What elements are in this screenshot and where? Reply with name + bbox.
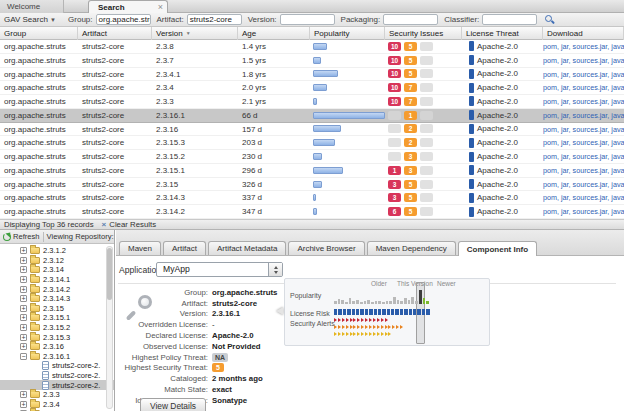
column-header-version[interactable]: Version: [152, 27, 238, 40]
detail-tab-artifact[interactable]: Artifact: [163, 241, 206, 255]
tree-item-2-3-14-2[interactable]: 2.3.14.2: [0, 284, 114, 294]
version-input[interactable]: [280, 14, 335, 25]
detail-tab-maven-dependency[interactable]: Maven Dependency: [367, 241, 456, 255]
collapse-icon[interactable]: [20, 353, 27, 360]
sparkline-bar-old: [382, 302, 385, 304]
download-links[interactable]: pom, jar, sources.jar, javadoc.jar: [543, 136, 624, 149]
license-threat-icon: [469, 165, 474, 175]
expand-icon[interactable]: [20, 247, 27, 254]
column-header-security-issues[interactable]: Security Issues: [385, 27, 462, 40]
download-links[interactable]: pom, jar, sources.jar, javadoc.jar: [543, 191, 624, 204]
tree-item-2-3-3[interactable]: 2.3.3: [0, 390, 114, 400]
download-links[interactable]: pom, jar, sources.jar, javadoc.jar: [543, 81, 624, 94]
detail-tab-artifact-metadata[interactable]: Artifact Metadata: [208, 241, 286, 255]
expand-icon[interactable]: [20, 295, 27, 302]
expand-icon[interactable]: [20, 314, 27, 321]
refresh-button[interactable]: Refresh: [13, 232, 40, 241]
table-row[interactable]: org.apache.strutsstruts2-core2.3.81.4 yr…: [0, 40, 624, 54]
column-header-age[interactable]: Age: [238, 27, 310, 40]
select-stepper-icon[interactable]: [268, 263, 282, 276]
table-row[interactable]: org.apache.strutsstruts2-core2.3.16157 d…: [0, 123, 624, 137]
download-links[interactable]: pom, jar, sources.jar, javadoc.jar: [543, 164, 624, 177]
tree-item-2-3-14[interactable]: 2.3.14: [0, 265, 114, 275]
tab-welcome[interactable]: Welcome: [0, 0, 64, 13]
download-links[interactable]: pom, jar, sources.jar, javadoc.jar: [543, 123, 624, 136]
tree-item-label: 2.3.16: [43, 342, 64, 351]
tree-item-2-3-15[interactable]: 2.3.15: [0, 304, 114, 314]
table-row[interactable]: org.apache.strutsstruts2-core2.3.14.3337…: [0, 191, 624, 205]
column-header-license-threat[interactable]: License Threat: [462, 27, 543, 40]
alert-triangle-icon: [353, 318, 356, 322]
expand-icon[interactable]: [20, 324, 27, 331]
download-links[interactable]: pom, jar, sources.jar, javadoc.jar: [543, 54, 624, 67]
tree-item-2-3-4[interactable]: 2.3.4: [0, 400, 114, 410]
tree-item-struts2-core-2-[interactable]: struts2-core-2.: [0, 361, 114, 371]
column-header-popularity[interactable]: Popularity: [310, 27, 385, 40]
expand-icon[interactable]: [20, 276, 27, 283]
download-links[interactable]: pom, jar, sources.jar, javadoc.jar: [543, 109, 624, 122]
download-links[interactable]: pom, jar, sources.jar, javadoc.jar: [543, 205, 624, 218]
tree-item-label: struts2-core-2.: [52, 361, 100, 370]
download-links[interactable]: pom, jar, sources.jar, javadoc.jar: [543, 40, 624, 53]
expand-icon[interactable]: [20, 343, 27, 350]
tree-item-2-3-12[interactable]: 2.3.12: [0, 256, 114, 266]
group-input[interactable]: org.apache.struts: [96, 14, 151, 25]
tree-scrollbar[interactable]: [106, 246, 113, 409]
packaging-input[interactable]: [383, 14, 438, 25]
expand-icon[interactable]: [20, 266, 27, 273]
tab-search[interactable]: Search ×: [88, 0, 168, 13]
column-header-group[interactable]: Group: [0, 27, 78, 40]
clear-results-icon[interactable]: ×: [102, 220, 107, 229]
expand-icon[interactable]: [20, 391, 27, 398]
expand-icon[interactable]: [20, 286, 27, 293]
table-row[interactable]: org.apache.strutsstruts2-core2.3.15.2230…: [0, 150, 624, 164]
tree-item-2-3-16-1[interactable]: 2.3.16.1: [0, 352, 114, 362]
tree-item-2-3-15-3[interactable]: 2.3.15.3: [0, 332, 114, 342]
expand-icon[interactable]: [20, 334, 27, 341]
refresh-icon[interactable]: [3, 233, 11, 241]
tree-item-2-3-15-1[interactable]: 2.3.15.1: [0, 313, 114, 323]
download-links[interactable]: pom, jar, sources.jar, javadoc.jar: [543, 95, 624, 108]
table-row[interactable]: org.apache.strutsstruts2-core2.3.71.5 yr…: [0, 54, 624, 68]
classifier-input[interactable]: [482, 14, 537, 25]
tree-item-2-3-14-3[interactable]: 2.3.14.3: [0, 294, 114, 304]
expand-icon[interactable]: [20, 401, 27, 408]
tree-scrollbar-thumb[interactable]: [107, 248, 112, 300]
column-header-download[interactable]: Download: [543, 27, 624, 40]
column-header-artifact[interactable]: Artifact: [78, 27, 152, 40]
field-value: 2 months ago: [212, 374, 263, 383]
license-threat-cell: Apache-2.0: [462, 68, 543, 81]
tree-item-2-3-15-2[interactable]: 2.3.15.2: [0, 323, 114, 333]
tree-item-2-3-14-1[interactable]: 2.3.14.1: [0, 275, 114, 285]
view-details-button[interactable]: View Details: [140, 398, 206, 411]
alert-triangle-icon: [381, 318, 384, 322]
detail-tab-maven[interactable]: Maven: [119, 241, 161, 255]
download-links[interactable]: pom, jar, sources.jar, javadoc.jar: [543, 178, 624, 191]
application-select[interactable]: MyApp: [156, 262, 283, 277]
table-row[interactable]: org.apache.strutsstruts2-core2.3.15.3203…: [0, 136, 624, 150]
search-icon[interactable]: [545, 15, 554, 24]
table-row[interactable]: org.apache.strutsstruts2-core2.3.14.2347…: [0, 205, 624, 219]
download-links[interactable]: pom, jar, sources.jar, javadoc.jar: [543, 68, 624, 81]
tree-item-2-3-1-2[interactable]: 2.3.1.2: [0, 246, 114, 256]
alert-triangle-icon: [334, 318, 337, 322]
license-risk-square: [334, 309, 337, 315]
detail-tab-archive-browser[interactable]: Archive Browser: [288, 241, 364, 255]
clear-results-link[interactable]: Clear Results: [109, 220, 156, 229]
detail-tab-component-info[interactable]: Component Info: [458, 241, 537, 256]
row-version: 2.3.14.3: [152, 191, 238, 204]
artifact-input[interactable]: struts2-core: [187, 14, 242, 25]
table-row[interactable]: org.apache.strutsstruts2-core2.3.15326 d…: [0, 178, 624, 192]
table-row[interactable]: org.apache.strutsstruts2-core2.3.15.1296…: [0, 164, 624, 178]
download-links[interactable]: pom, jar, sources.jar, javadoc.jar: [543, 150, 624, 163]
table-row[interactable]: org.apache.strutsstruts2-core2.3.42.0 yr…: [0, 81, 624, 95]
tree-item-struts2-core-2-[interactable]: struts2-core-2.: [0, 380, 114, 390]
expand-icon[interactable]: [20, 305, 27, 312]
table-row[interactable]: org.apache.strutsstruts2-core2.3.32.1 yr…: [0, 95, 624, 109]
tree-item-2-3-16[interactable]: 2.3.16: [0, 342, 114, 352]
search-mode-menu[interactable]: GAV Search ▼: [4, 15, 56, 24]
table-row[interactable]: org.apache.strutsstruts2-core2.3.4.11.8 …: [0, 68, 624, 82]
table-row[interactable]: org.apache.strutsstruts2-core2.3.16.166 …: [0, 109, 624, 123]
tree-item-struts2-core-2-[interactable]: struts2-core-2.: [0, 371, 114, 381]
expand-icon[interactable]: [20, 257, 27, 264]
